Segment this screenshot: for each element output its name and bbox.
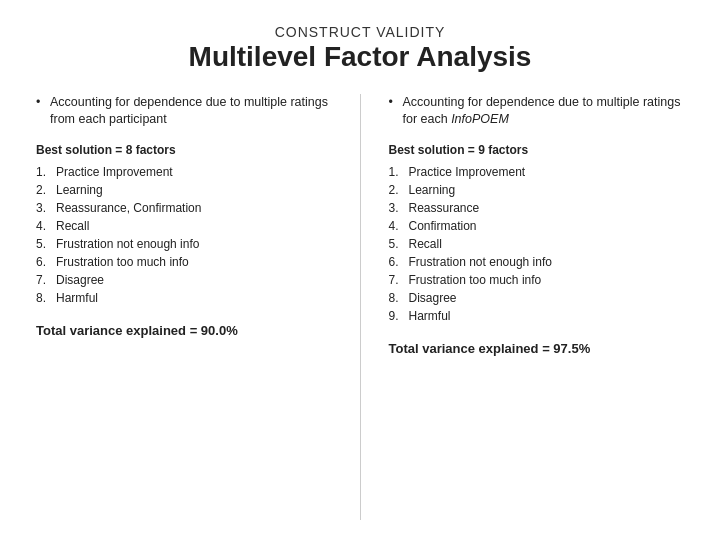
item-text: Confirmation [409, 219, 477, 233]
list-item: 5.Recall [389, 235, 685, 253]
list-item: 2.Learning [36, 181, 332, 199]
item-text: Harmful [56, 291, 98, 305]
list-item: 8.Disagree [389, 289, 685, 307]
list-item: 7.Disagree [36, 271, 332, 289]
item-number: 3. [36, 201, 52, 215]
title-block: CONSTRUCT VALIDITY Multilevel Factor Ana… [36, 24, 684, 74]
left-column: Accounting for dependence due to multipl… [36, 94, 332, 520]
item-text: Disagree [409, 291, 457, 305]
item-number: 6. [389, 255, 405, 269]
item-number: 2. [36, 183, 52, 197]
list-item: 2.Learning [389, 181, 685, 199]
list-item: 7.Frustration too much info [389, 271, 685, 289]
item-number: 3. [389, 201, 405, 215]
item-number: 4. [36, 219, 52, 233]
list-item: 6.Frustration not enough info [389, 253, 685, 271]
column-divider [360, 94, 361, 520]
left-bullet: Accounting for dependence due to multipl… [36, 94, 332, 129]
page: CONSTRUCT VALIDITY Multilevel Factor Ana… [0, 0, 720, 540]
item-number: 1. [36, 165, 52, 179]
item-number: 1. [389, 165, 405, 179]
item-text: Harmful [409, 309, 451, 323]
item-number: 9. [389, 309, 405, 323]
item-number: 8. [389, 291, 405, 305]
item-text: Learning [56, 183, 103, 197]
right-factor-list: 1.Practice Improvement2.Learning3.Reassu… [389, 163, 685, 325]
item-number: 7. [389, 273, 405, 287]
item-text: Frustration not enough info [56, 237, 199, 251]
list-item: 5.Frustration not enough info [36, 235, 332, 253]
infopem-italic: InfoPOEM [451, 112, 509, 126]
item-number: 2. [389, 183, 405, 197]
right-total-variance: Total variance explained = 97.5% [389, 341, 685, 356]
columns: Accounting for dependence due to multipl… [36, 94, 684, 520]
item-number: 6. [36, 255, 52, 269]
list-item: 6.Frustration too much info [36, 253, 332, 271]
list-item: 1.Practice Improvement [36, 163, 332, 181]
subtitle: CONSTRUCT VALIDITY [36, 24, 684, 40]
left-factor-list: 1.Practice Improvement2.Learning3.Reassu… [36, 163, 332, 307]
item-number: 5. [389, 237, 405, 251]
list-item: 1.Practice Improvement [389, 163, 685, 181]
right-best-solution: Best solution = 9 factors [389, 143, 685, 157]
item-text: Recall [56, 219, 89, 233]
item-text: Frustration not enough info [409, 255, 552, 269]
item-number: 5. [36, 237, 52, 251]
item-text: Frustration too much info [56, 255, 189, 269]
list-item: 4.Confirmation [389, 217, 685, 235]
item-text: Practice Improvement [56, 165, 173, 179]
right-bullet: Accounting for dependence due to multipl… [389, 94, 685, 129]
list-item: 8.Harmful [36, 289, 332, 307]
item-text: Learning [409, 183, 456, 197]
left-total-variance: Total variance explained = 90.0% [36, 323, 332, 338]
item-text: Frustration too much info [409, 273, 542, 287]
list-item: 9.Harmful [389, 307, 685, 325]
item-text: Recall [409, 237, 442, 251]
list-item: 3.Reassurance, Confirmation [36, 199, 332, 217]
item-text: Reassurance [409, 201, 480, 215]
main-title: Multilevel Factor Analysis [36, 40, 684, 74]
left-best-solution: Best solution = 8 factors [36, 143, 332, 157]
item-text: Disagree [56, 273, 104, 287]
item-text: Reassurance, Confirmation [56, 201, 201, 215]
right-column: Accounting for dependence due to multipl… [389, 94, 685, 520]
item-number: 8. [36, 291, 52, 305]
item-text: Practice Improvement [409, 165, 526, 179]
list-item: 4.Recall [36, 217, 332, 235]
list-item: 3.Reassurance [389, 199, 685, 217]
item-number: 4. [389, 219, 405, 233]
item-number: 7. [36, 273, 52, 287]
